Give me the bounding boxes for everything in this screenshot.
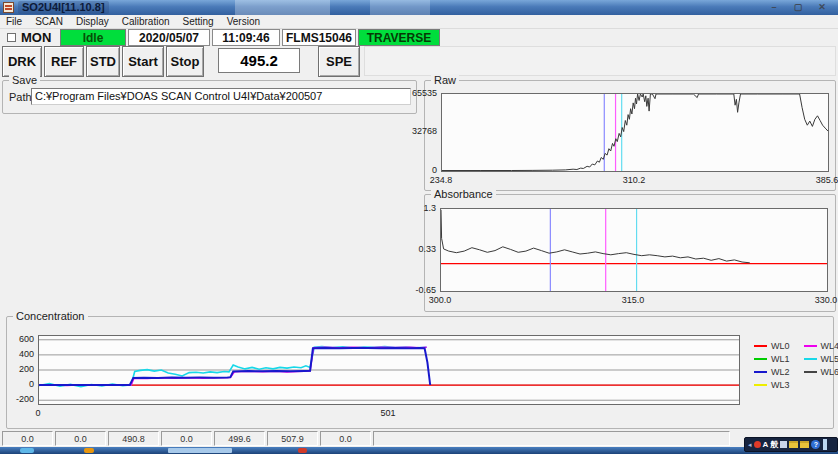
titlebar-glass-highlight xyxy=(235,0,330,15)
maximize-icon[interactable]: ▢ xyxy=(788,1,808,13)
taskbar-app-icon[interactable] xyxy=(84,448,94,453)
legend-item: WL2 xyxy=(754,367,790,377)
legend-swatch xyxy=(754,384,767,386)
concentration-plot-area xyxy=(38,335,740,405)
legend-item: WL5 xyxy=(804,354,838,364)
menu-item-scan[interactable]: SCAN xyxy=(35,16,63,27)
legend-label: WL3 xyxy=(771,380,790,390)
menu-item-file[interactable]: File xyxy=(6,16,22,27)
tray-red-status-icon[interactable] xyxy=(754,441,761,448)
raw-plot-area xyxy=(441,93,829,172)
stop-button[interactable]: Stop xyxy=(166,46,204,77)
taskbar-app-icon[interactable] xyxy=(298,448,307,453)
y-tick-label: 65535 xyxy=(401,88,437,98)
legend-swatch xyxy=(804,345,817,347)
legend-item: WL6 xyxy=(804,367,838,377)
x-tick-label: 234.8 xyxy=(417,175,465,185)
raw-group: Raw 03276865535234.8310.2385.6 xyxy=(424,80,836,191)
status-cell-empty xyxy=(373,431,730,446)
tray-folder-icon[interactable] xyxy=(789,441,798,448)
legend-swatch xyxy=(754,345,767,347)
legend-label: WL0 xyxy=(771,341,790,351)
ime-toolbar-icon[interactable] xyxy=(780,441,787,448)
legend-column: WL4 WL5 WL6 xyxy=(804,341,838,390)
std-button[interactable]: STD xyxy=(86,46,120,77)
absorbance-group: Absorbance -0.650.331.3300.0315.0330.0 xyxy=(424,194,836,312)
save-group: Save Path C:¥Program Files¥DOAS SCAN Con… xyxy=(2,80,417,114)
menu-item-setting[interactable]: Setting xyxy=(183,16,214,27)
window-title: SO2U4I[11.10.8] xyxy=(18,1,109,14)
windows-taskbar xyxy=(0,447,838,454)
legend-column: WL0 WL1 WL2 WL3 xyxy=(754,341,790,390)
y-tick-label: 400 xyxy=(0,349,34,359)
y-tick-label: -0.65 xyxy=(400,285,436,295)
date-display: 2020/05/07 xyxy=(128,29,210,46)
tray-edge-widget[interactable] xyxy=(823,439,827,450)
y-tick-label: 0 xyxy=(0,379,34,389)
y-tick-label: 200 xyxy=(0,364,34,374)
y-tick-label: 32768 xyxy=(401,126,437,136)
spe-button[interactable]: SPE xyxy=(318,46,360,77)
y-tick-label: 0 xyxy=(401,165,437,175)
system-tray: ◂ A 般 ? xyxy=(744,437,838,452)
save-group-label: Save xyxy=(9,74,40,86)
status-cell: 0.0 xyxy=(161,431,212,446)
legend-swatch xyxy=(804,358,817,360)
device-id-display: FLMS15046 xyxy=(282,29,356,46)
status-cell: 507.9 xyxy=(267,431,318,446)
menu-item-display[interactable]: Display xyxy=(76,16,109,27)
ime-alpha-icon[interactable]: A xyxy=(763,438,769,451)
absorbance-plot-area xyxy=(440,208,828,292)
series-raw-spectrum xyxy=(442,94,828,171)
menu-item-version[interactable]: Version xyxy=(227,16,260,27)
x-tick-label: 330.0 xyxy=(802,295,838,305)
legend-label: WL6 xyxy=(821,367,838,377)
app-window: SO2U4I[11.10.8] – ▢ ✕ File SCAN Display … xyxy=(0,0,838,454)
start-orb-icon[interactable] xyxy=(20,448,34,453)
legend-item: WL0 xyxy=(754,341,790,351)
legend-label: WL2 xyxy=(771,367,790,377)
taskbar-app-buttons[interactable] xyxy=(168,448,232,453)
status-cell: 490.8 xyxy=(108,431,159,446)
legend-label: WL4 xyxy=(821,341,838,351)
drk-button[interactable]: DRK xyxy=(2,46,42,77)
tray-help-icon[interactable]: ? xyxy=(811,440,820,449)
path-input[interactable]: C:¥Program Files¥DOAS SCAN Control U4I¥D… xyxy=(31,88,411,105)
minimize-icon[interactable]: – xyxy=(764,1,784,13)
legend-item: WL4 xyxy=(804,341,838,351)
x-tick-label: 501 xyxy=(364,408,412,418)
concentration-chart: WL0 WL1 WL2 WL3 WL4 WL5 WL6 -20002004006… xyxy=(7,317,835,430)
app-icon xyxy=(3,2,14,13)
series-absorbance-trace xyxy=(441,210,750,263)
series-WL5 xyxy=(39,347,427,387)
legend-label: WL5 xyxy=(821,354,838,364)
y-tick-label: -200 xyxy=(0,394,34,404)
close-icon[interactable]: ✕ xyxy=(812,1,832,13)
menu-bar: File SCAN Display Calibration Setting Ve… xyxy=(0,15,838,29)
concentration-group: Concentration WL0 WL1 WL2 WL3 WL4 WL5 WL… xyxy=(6,316,834,429)
status-cell: 0.0 xyxy=(320,431,371,446)
ref-button[interactable]: REF xyxy=(44,46,84,77)
concentration-legend: WL0 WL1 WL2 WL3 WL4 WL5 WL6 xyxy=(754,341,838,390)
path-label: Path xyxy=(9,91,32,103)
tray-folder-icon[interactable] xyxy=(800,441,809,448)
menu-item-calibration[interactable]: Calibration xyxy=(122,16,170,27)
title-bar xyxy=(0,0,838,15)
tray-chevron-icon[interactable]: ◂ xyxy=(748,438,752,451)
ime-mode-icon[interactable]: 般 xyxy=(770,438,778,451)
y-tick-label: 600 xyxy=(0,334,34,344)
legend-item: WL3 xyxy=(754,380,790,390)
y-tick-label: 1.3 xyxy=(400,203,436,213)
x-tick-label: 310.2 xyxy=(610,175,658,185)
legend-item: WL1 xyxy=(754,354,790,364)
status-cell: 499.6 xyxy=(214,431,265,446)
y-tick-label: 0.33 xyxy=(400,244,436,254)
legend-label: WL1 xyxy=(771,354,790,364)
mon-checkbox[interactable] xyxy=(7,33,16,42)
start-button[interactable]: Start xyxy=(122,46,164,77)
titlebar-glass-highlight xyxy=(370,0,430,15)
legend-swatch xyxy=(754,371,767,373)
state-indicator: Idle xyxy=(60,29,126,46)
toolbar-spacer-panel xyxy=(364,46,836,76)
x-tick-label: 0 xyxy=(14,408,62,418)
